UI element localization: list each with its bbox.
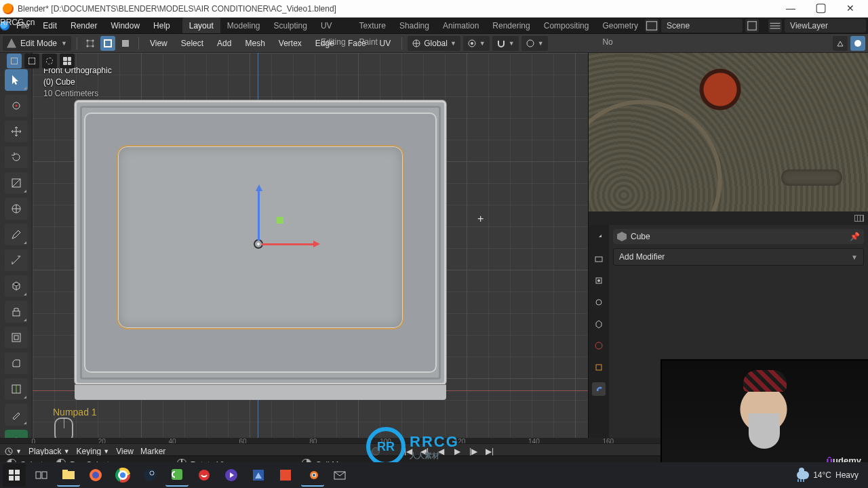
- select-edge-mode[interactable]: [100, 36, 115, 51]
- workspace-tab-layout[interactable]: Layout: [182, 18, 220, 33]
- vp-menu-view[interactable]: View: [144, 34, 173, 53]
- vp-menu-add[interactable]: Add: [212, 34, 237, 53]
- shading-toggle[interactable]: [850, 36, 865, 51]
- tool-addcube[interactable]: [5, 275, 28, 297]
- taskbar-firefox[interactable]: [84, 464, 107, 487]
- selectmode-tweak[interactable]: [7, 54, 22, 68]
- properties-tabs: [589, 225, 609, 455]
- taskbar-app-red[interactable]: [193, 464, 216, 487]
- tool-measure[interactable]: [5, 249, 28, 271]
- tool-extrude[interactable]: [5, 301, 28, 323]
- menu-edit[interactable]: Edit: [36, 18, 64, 33]
- select-vertex-mode[interactable]: [83, 36, 98, 51]
- viewlayer-name-field[interactable]: ViewLayer: [785, 19, 866, 33]
- workspace-tab-geometry[interactable]: Geometry No: [595, 18, 645, 33]
- tool-annotate[interactable]: [5, 224, 28, 245]
- taskbar-explorer[interactable]: [57, 464, 80, 487]
- proportional-dropdown[interactable]: ▼: [521, 36, 548, 51]
- timeline-marker-menu[interactable]: Marker: [140, 447, 165, 456]
- scene-name-field[interactable]: Scene: [661, 19, 743, 33]
- workspace-tab-animation[interactable]: Animation: [436, 18, 486, 33]
- vp-menu-vertex[interactable]: Vertex: [273, 34, 307, 53]
- tool-cursor[interactable]: [5, 95, 28, 117]
- selectmode-box[interactable]: [24, 54, 39, 68]
- vp-menu-edge[interactable]: Edge: [310, 34, 340, 53]
- taskbar-mail[interactable]: [328, 464, 351, 487]
- overlay-dropdown[interactable]: [833, 36, 848, 51]
- snap-dropdown[interactable]: ▼: [492, 36, 519, 51]
- taskbar-blender[interactable]: [301, 464, 324, 487]
- selectmode-lasso[interactable]: [60, 54, 75, 68]
- pivot-dropdown[interactable]: ▼: [463, 36, 490, 51]
- add-modifier-dropdown[interactable]: Add Modifier ▼: [613, 248, 864, 266]
- ptab-output[interactable]: [592, 274, 606, 287]
- workspace-tab-modeling[interactable]: Modeling: [220, 18, 267, 33]
- workspace-tab-compositing[interactable]: Compositing: [537, 18, 596, 33]
- scene-new-icon[interactable]: [745, 19, 759, 33]
- ptab-view[interactable]: [592, 296, 606, 309]
- ptab-scene[interactable]: [592, 317, 606, 331]
- vp-menu-mesh[interactable]: Mesh: [239, 34, 270, 53]
- taskview-icon[interactable]: [30, 464, 53, 487]
- vp-menu-face[interactable]: Face: [342, 34, 372, 53]
- menu-help[interactable]: Help: [146, 18, 177, 33]
- taskbar-app-orange[interactable]: [274, 464, 297, 487]
- tool-transform[interactable]: [5, 198, 28, 220]
- tool-scale[interactable]: [5, 172, 28, 194]
- gizmo-x-arrow[interactable]: [313, 241, 320, 247]
- menu-window[interactable]: Window: [104, 18, 146, 33]
- gizmo-z-arrow[interactable]: [256, 184, 262, 191]
- vp-menu-select[interactable]: Select: [176, 34, 209, 53]
- ptab-world[interactable]: [592, 339, 606, 352]
- ptab-object[interactable]: [592, 361, 606, 374]
- workspace-tab-shading[interactable]: Shading: [393, 18, 436, 33]
- viewport-3d[interactable]: + Front Orthographic (0) Cube 10 Centime…: [33, 53, 588, 455]
- taskbar-chrome[interactable]: [111, 464, 134, 487]
- maximize-button[interactable]: ▢: [806, 0, 835, 18]
- minimize-button[interactable]: —: [776, 0, 806, 18]
- taskbar-steam[interactable]: [138, 464, 161, 487]
- pin-icon[interactable]: 📌: [850, 232, 860, 241]
- ptab-modifier[interactable]: [592, 382, 606, 396]
- tool-rotate[interactable]: [5, 146, 28, 168]
- workspace-tab-texturepaint[interactable]: Texture Paint: [353, 18, 393, 33]
- tool-move[interactable]: [5, 121, 28, 142]
- orientation-dropdown[interactable]: Global ▼: [408, 36, 460, 51]
- tool-loopcut[interactable]: [5, 378, 28, 400]
- autokey-toggle[interactable]: [372, 447, 380, 455]
- svg-rect-35: [36, 472, 41, 479]
- weather-widget[interactable]: 14°C Heavy: [797, 470, 865, 480]
- select-face-mode[interactable]: [118, 36, 133, 51]
- transform-gizmo[interactable]: [254, 239, 263, 249]
- close-button[interactable]: ✕: [835, 0, 865, 18]
- ptab-render[interactable]: [592, 252, 606, 266]
- timeline-view-menu[interactable]: View: [116, 447, 134, 456]
- gizmo-y-handle[interactable]: [277, 217, 283, 224]
- selectmode-circle[interactable]: [42, 54, 57, 68]
- properties-header[interactable]: Cube 📌: [613, 229, 864, 244]
- vp-menu-uv[interactable]: UV: [374, 34, 397, 53]
- timeline-keying-menu[interactable]: Keying ▼: [77, 447, 110, 456]
- ptab-tool[interactable]: [592, 230, 606, 244]
- taskbar-app-blue[interactable]: [247, 464, 270, 487]
- workspace-tab-rendering[interactable]: Rendering: [486, 18, 536, 33]
- tool-knife[interactable]: [5, 404, 28, 426]
- reference-image-view[interactable]: [589, 53, 868, 211]
- grid-icon[interactable]: [854, 215, 864, 222]
- menu-render[interactable]: Render: [64, 18, 104, 33]
- tool-select[interactable]: [5, 69, 28, 91]
- viewlayer-browse-icon[interactable]: [768, 19, 782, 33]
- start-button[interactable]: [3, 464, 26, 487]
- svg-rect-0: [647, 21, 657, 30]
- scene-browse-icon[interactable]: [645, 19, 658, 33]
- tool-bevel[interactable]: [5, 352, 28, 374]
- timeline-playback-menu[interactable]: Playback ▼: [28, 447, 70, 456]
- timeline-editor-icon[interactable]: ▼: [4, 447, 22, 456]
- workspace-tab-sculpting[interactable]: Sculpting: [267, 18, 314, 33]
- tool-inset[interactable]: [5, 327, 28, 348]
- workspace-tab-uvediting[interactable]: UV Editing: [314, 18, 353, 33]
- taskbar-media[interactable]: [220, 464, 243, 487]
- svg-rect-32: [15, 470, 20, 474]
- taskbar-camtasia[interactable]: [165, 464, 189, 487]
- mode-dropdown[interactable]: Edit Mode ▼: [3, 36, 71, 51]
